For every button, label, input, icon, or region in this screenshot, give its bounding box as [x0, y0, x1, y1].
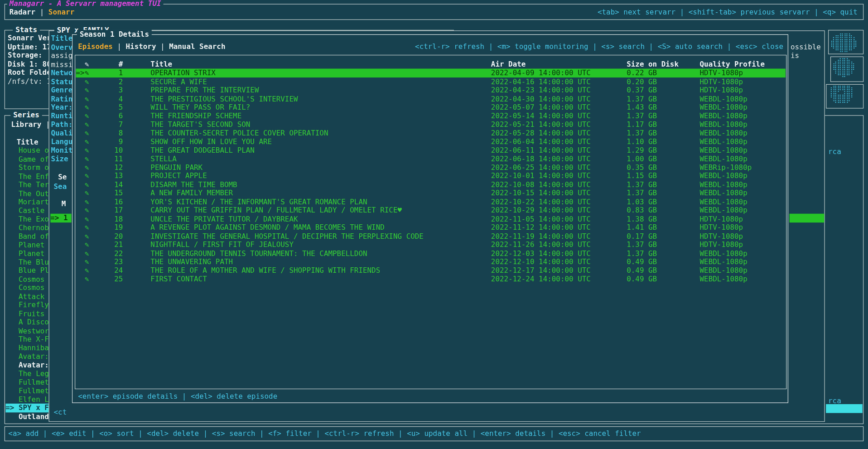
episode-row[interactable]: ✎13PROJECT APPLE2022-10-01 14:00:00 UTC1… [76, 172, 786, 180]
monitored-pencil-icon[interactable]: ✎ [85, 249, 97, 257]
monitored-pencil-icon[interactable]: ✎ [85, 163, 97, 172]
episode-size: 1.37 GB [627, 129, 699, 137]
monitored-pencil-icon[interactable]: ✎ [85, 198, 97, 206]
monitored-pencil-icon[interactable]: ✎ [85, 172, 97, 180]
monitored-pencil-icon[interactable]: ✎ [85, 180, 97, 189]
series-item[interactable]: Chernob [5, 223, 49, 232]
series-item[interactable]: Game of [5, 155, 49, 164]
monitored-pencil-icon[interactable]: ✎ [85, 275, 97, 283]
episode-row[interactable]: ✎17CARRY OUT THE GRIFFIN PLAN / FULLMETA… [76, 206, 786, 215]
episode-size: 1.03 GB [627, 198, 699, 206]
episode-row[interactable]: =>✎1OPERATION STRIX2022-04-09 14:00:00 U… [76, 69, 786, 77]
episode-air-date: 2022-12-17 14:00:00 UTC [491, 266, 627, 275]
episode-row[interactable]: ✎21NIGHTFALL / FIRST FIT OF JEALOUSY2022… [76, 240, 786, 249]
selected-season-row-fragment[interactable]: => 1 [50, 214, 71, 222]
monitored-pencil-icon[interactable]: ✎ [85, 86, 97, 94]
episode-row[interactable]: ✎20INVESTIGATE THE GENERAL HOSPITAL / DE… [76, 232, 786, 240]
monitored-pencil-icon[interactable]: ✎ [85, 232, 97, 240]
episode-row[interactable]: ✎11STELLA2022-06-18 14:00:00 UTC1.00 GBW… [76, 154, 786, 163]
episode-row[interactable]: ✎2SECURE A WIFE2022-04-16 14:00:00 UTC0.… [76, 77, 786, 86]
series-item[interactable]: Blue Pl [5, 266, 49, 275]
series-item[interactable]: Castle [5, 206, 49, 215]
series-item[interactable]: Firefly [5, 301, 49, 309]
series-item[interactable]: => SPY x F [5, 404, 49, 412]
episode-row[interactable]: ✎10THE GREAT DODGEBALL PLAN2022-06-11 14… [76, 146, 786, 154]
episode-row[interactable]: ✎19A REVENGE PLOT AGAINST DESMOND / MAMA… [76, 223, 786, 232]
series-item[interactable]: The Exo [5, 215, 49, 223]
col-quality: Quality Profile [700, 60, 786, 68]
series-item[interactable]: The Leg [5, 369, 49, 378]
monitored-pencil-icon[interactable]: ✎ [85, 77, 97, 86]
episode-row[interactable]: ✎8THE COUNTER-SECRET POLICE COVER OPERAT… [76, 129, 786, 137]
series-item[interactable]: House o [5, 146, 49, 155]
series-item[interactable]: Planet [5, 241, 49, 249]
monitored-pencil-icon[interactable]: ✎ [85, 129, 97, 137]
episode-row[interactable]: ✎24THE ROLE OF A MOTHER AND WIFE / SHOPP… [76, 266, 786, 275]
episode-number: 3 [97, 86, 150, 94]
series-item[interactable]: Elfen L [5, 395, 49, 404]
monitored-pencil-icon[interactable]: ✎ [85, 69, 97, 77]
servarr-tabs: Radarr | Sonarr [10, 8, 74, 16]
monitored-pencil-icon[interactable]: ✎ [85, 146, 97, 154]
tab-history[interactable]: History [126, 42, 156, 50]
series-item[interactable]: The Ter [5, 180, 49, 189]
series-item[interactable]: The Out [5, 189, 49, 198]
series-item[interactable]: Attack [5, 292, 49, 301]
series-item[interactable]: Fullmet [5, 386, 49, 395]
episode-row[interactable]: ✎12PENGUIN PARK2022-06-25 14:00:00 UTC0.… [76, 163, 786, 172]
monitored-pencil-icon[interactable]: ✎ [85, 257, 97, 266]
series-item[interactable]: Outland [5, 412, 49, 421]
episode-title: THE TARGET'S SECOND SON [150, 120, 491, 129]
episode-row[interactable]: ✎16YOR'S KITCHEN / THE INFORMANT'S GREAT… [76, 198, 786, 206]
series-item[interactable]: Storm o [5, 163, 49, 172]
monitored-pencil-icon[interactable]: ✎ [85, 215, 97, 223]
tab-library[interactable]: Library | [11, 120, 50, 129]
monitored-pencil-icon[interactable]: ✎ [85, 111, 97, 120]
series-item[interactable]: Westwor [5, 326, 49, 335]
monitored-pencil-icon[interactable]: ✎ [85, 137, 97, 146]
episode-row[interactable]: ✎15A NEW FAMILY MEMBER2022-10-15 14:00:0… [76, 189, 786, 198]
monitored-pencil-icon[interactable]: ✎ [85, 223, 97, 232]
series-item[interactable]: The Blu [5, 258, 49, 266]
series-item[interactable]: Moriart [5, 198, 49, 206]
tab-manual-search[interactable]: Manual Search [169, 42, 225, 50]
season-footer-help: <enter> episode details | <del> delete e… [78, 392, 277, 401]
series-item[interactable]: Avatar: [5, 361, 49, 369]
series-item[interactable]: Fullmet [5, 378, 49, 386]
series-item[interactable]: Band of [5, 232, 49, 241]
episode-row[interactable]: ✎23THE UNWAVERING PATH2022-12-10 14:00:0… [76, 257, 786, 266]
episode-row[interactable]: ✎6THE FRIENDSHIP SCHEME2022-05-14 14:00:… [76, 111, 786, 120]
monitored-pencil-icon[interactable]: ✎ [85, 103, 97, 111]
episode-row[interactable]: ✎3PREPARE FOR THE INTERVIEW2022-04-23 14… [76, 86, 786, 94]
episode-row[interactable]: ✎14DISARM THE TIME BOMB2022-10-08 14:00:… [76, 180, 786, 189]
series-item[interactable]: Hanniba [5, 343, 49, 352]
monitored-pencil-icon[interactable]: ✎ [85, 206, 97, 215]
tab-sonarr[interactable]: Sonarr [48, 8, 74, 16]
monitored-pencil-icon[interactable]: ✎ [85, 94, 97, 103]
series-item[interactable]: Avatar: [5, 352, 49, 361]
episode-row[interactable]: ✎9SHOW OFF HOW IN LOVE YOU ARE2022-06-04… [76, 137, 786, 146]
monitored-pencil-icon[interactable]: ✎ [85, 189, 97, 198]
selection-arrow [76, 94, 85, 103]
series-item[interactable]: Cosmos [5, 275, 49, 284]
series-item[interactable]: Cosmos [5, 284, 49, 292]
episode-row[interactable]: ✎4THE PRESTIGIOUS SCHOOL'S INTERVIEW2022… [76, 94, 786, 103]
monitored-pencil-icon[interactable]: ✎ [85, 154, 97, 163]
detail-field-fragment: missi [51, 60, 72, 69]
monitored-pencil-icon[interactable]: ✎ [85, 240, 97, 249]
episode-row[interactable]: ✎25FIRST CONTACT2022-12-24 14:00:00 UTC0… [76, 275, 786, 283]
episode-row[interactable]: ✎22THE UNDERGROUND TENNIS TOURNAMENT: TH… [76, 249, 786, 257]
episode-row[interactable]: ✎5WILL THEY PASS OR FAIL?2022-05-07 14:0… [76, 103, 786, 111]
monitored-pencil-icon[interactable]: ✎ [85, 120, 97, 129]
episode-row[interactable]: ✎7THE TARGET'S SECOND SON2022-05-21 14:0… [76, 120, 786, 129]
tab-radarr[interactable]: Radarr [10, 8, 35, 16]
selection-arrow [76, 266, 85, 275]
episode-row[interactable]: ✎18UNCLE THE PRIVATE TUTOR / DAYBREAK202… [76, 215, 786, 223]
series-item[interactable]: The X-F [5, 335, 49, 343]
series-item[interactable]: A Disco [5, 318, 49, 326]
monitored-pencil-icon[interactable]: ✎ [85, 266, 97, 275]
series-item[interactable]: Fruits [5, 309, 49, 318]
series-item[interactable]: The Enf [5, 172, 49, 180]
tab-episodes[interactable]: Episodes [78, 42, 113, 50]
series-item[interactable]: Planet [5, 249, 49, 258]
